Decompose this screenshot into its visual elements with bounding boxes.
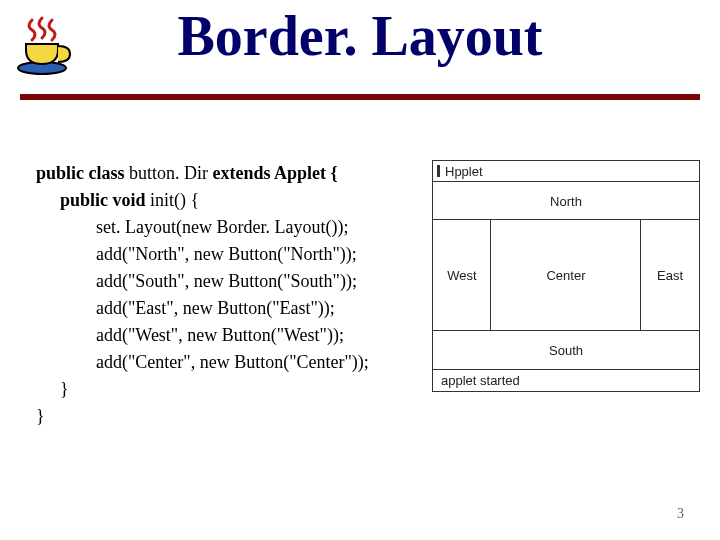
east-button[interactable]: East	[640, 219, 700, 332]
status-text: applet started	[441, 373, 520, 388]
title-divider	[20, 94, 700, 100]
south-button[interactable]: South	[432, 330, 700, 370]
applet-title-label: Hpplet	[445, 164, 483, 179]
applet-titlebar: Hpplet	[432, 160, 700, 182]
page-number: 3	[677, 506, 684, 522]
applet-window: Hpplet North West Center East South appl…	[432, 160, 700, 394]
west-button[interactable]: West	[432, 219, 492, 332]
slide-header: Border. Layout	[0, 0, 720, 92]
applet-status-bar: applet started	[432, 370, 700, 392]
center-button[interactable]: Center	[490, 219, 642, 332]
slide-title: Border. Layout	[0, 4, 720, 68]
north-button[interactable]: North	[432, 181, 700, 221]
code-line: }	[36, 403, 700, 430]
borderlayout-panel: North West Center East South	[432, 182, 700, 370]
